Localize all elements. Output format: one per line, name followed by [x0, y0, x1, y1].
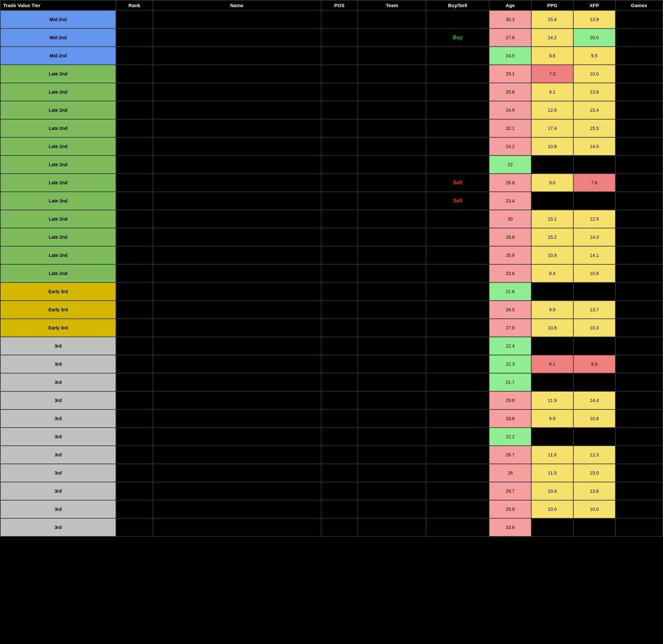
tier-cell: 3rd [0, 409, 116, 428]
games-cell [615, 482, 663, 500]
pos-cell [321, 174, 358, 192]
age-cell: 25.9 [489, 246, 531, 264]
pos-cell [321, 283, 358, 301]
age-cell: 26.5 [489, 301, 531, 319]
buysell-cell [426, 373, 489, 391]
xfp-cell [573, 192, 615, 210]
pos-cell [321, 500, 358, 518]
ppg-cell: 15.2 [531, 228, 573, 246]
games-cell [615, 28, 663, 47]
team-cell [358, 28, 426, 47]
name-cell [153, 47, 321, 65]
name-cell [153, 28, 321, 47]
team-cell [358, 83, 426, 101]
table-row: 3rd23.6 [0, 518, 663, 536]
rank-cell [116, 355, 153, 373]
xfp-cell: 8.9 [573, 355, 615, 373]
team-cell [358, 500, 426, 518]
team-cell [358, 174, 426, 192]
buysell-cell [426, 210, 489, 228]
table-row: Late 2nd24.912.915.4 [0, 101, 663, 119]
table-row: 3rd33.69.910.8 [0, 409, 663, 428]
tier-cell: 3rd [0, 500, 116, 518]
team-cell [358, 65, 426, 83]
tier-cell: Late 2nd [0, 210, 116, 228]
xfp-cell: 15.4 [573, 101, 615, 119]
age-cell: 29.1 [489, 65, 531, 83]
name-cell [153, 409, 321, 428]
pos-cell [321, 446, 358, 464]
team-cell [358, 391, 426, 409]
tier-cell: 3rd [0, 391, 116, 409]
pos-cell [321, 246, 358, 264]
team-cell [358, 373, 426, 391]
buysell-cell [426, 137, 489, 155]
rank-cell [116, 319, 153, 337]
tier-cell: Late 2nd [0, 228, 116, 246]
table-row: 3rd29.710.413.6 [0, 482, 663, 500]
team-cell [358, 283, 426, 301]
rank-cell [116, 155, 153, 174]
games-cell [615, 65, 663, 83]
pos-cell [321, 155, 358, 174]
name-cell [153, 10, 321, 28]
team-cell [358, 464, 426, 482]
age-cell: 26 [489, 464, 531, 482]
xfp-cell: 10.3 [573, 319, 615, 337]
table-row: Late 2nd23.68.410.8 [0, 264, 663, 283]
age-cell: 21.8 [489, 283, 531, 301]
name-cell [153, 101, 321, 119]
age-cell: 27.8 [489, 28, 531, 47]
pos-cell [321, 101, 358, 119]
tier-cell: 3rd [0, 373, 116, 391]
team-cell [358, 101, 426, 119]
table-row: Late 2nd24.210.814.0 [0, 137, 663, 155]
tier-cell: 3rd [0, 337, 116, 355]
age-cell: 25.8 [489, 83, 531, 101]
buysell-cell [426, 500, 489, 518]
header-team: Team [358, 0, 426, 10]
team-cell [358, 210, 426, 228]
xfp-cell: 10.0 [573, 500, 615, 518]
name-cell [153, 464, 321, 482]
pos-cell [321, 428, 358, 446]
pos-cell [321, 301, 358, 319]
header-buysell: Buy/Sell [426, 0, 489, 10]
buysell-cell [426, 301, 489, 319]
xfp-cell: 14.4 [573, 391, 615, 409]
header-xfp: XFP [573, 0, 615, 10]
age-cell: 27.8 [489, 319, 531, 337]
pos-cell [321, 210, 358, 228]
pos-cell [321, 518, 358, 536]
tier-cell: Late 2nd [0, 155, 116, 174]
ppg-cell [531, 428, 573, 446]
age-cell: 26.7 [489, 446, 531, 464]
xfp-cell [573, 155, 615, 174]
rank-cell [116, 337, 153, 355]
rank-cell [116, 119, 153, 137]
pos-cell [321, 137, 358, 155]
tier-cell: Mid 2nd [0, 47, 116, 65]
ppg-cell: 9.6 [531, 47, 573, 65]
name-cell [153, 65, 321, 83]
tier-cell: Mid 2nd [0, 28, 116, 47]
buysell-cell [426, 246, 489, 264]
buysell-cell [426, 355, 489, 373]
name-cell [153, 446, 321, 464]
age-cell: 22.2 [489, 428, 531, 446]
age-cell: 30 [489, 210, 531, 228]
name-cell [153, 192, 321, 210]
games-cell [615, 319, 663, 337]
games-cell [615, 10, 663, 28]
name-cell [153, 482, 321, 500]
table-body: Mid 2nd30.315.413.9Mid 2ndBuy27.814.220.… [0, 10, 663, 536]
games-cell [615, 137, 663, 155]
xfp-cell: 13.8 [573, 83, 615, 101]
tier-cell: Late 2nd [0, 192, 116, 210]
xfp-cell: 14.0 [573, 137, 615, 155]
buysell-cell [426, 264, 489, 283]
pos-cell [321, 47, 358, 65]
buysell-cell [426, 319, 489, 337]
tier-cell: Late 2nd [0, 101, 116, 119]
buysell-cell: Buy [426, 28, 489, 47]
